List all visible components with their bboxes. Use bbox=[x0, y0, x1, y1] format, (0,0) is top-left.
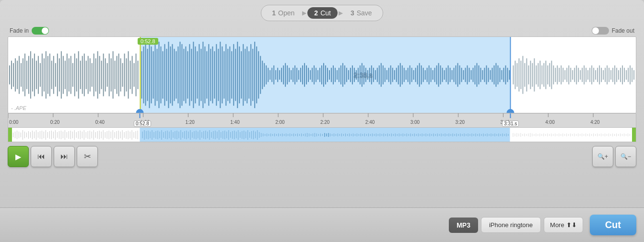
skip-forward-button[interactable]: ⏭ bbox=[54, 146, 75, 167]
svg-rect-567 bbox=[405, 134, 405, 136]
zoom-in-button[interactable]: 🔍+ bbox=[592, 146, 613, 167]
svg-rect-219 bbox=[429, 65, 430, 85]
svg-rect-29 bbox=[65, 60, 66, 89]
svg-rect-38 bbox=[82, 56, 83, 94]
timeline-ruler[interactable]: 0:00 0:20 0:40 1:00 1:20 1:40 2:00 2:20 … bbox=[8, 113, 636, 128]
transport-controls-left: ▶ ⏮ ⏭ ✂ bbox=[8, 146, 98, 167]
svg-rect-293 bbox=[572, 70, 573, 80]
svg-rect-673 bbox=[610, 134, 611, 136]
right-time-marker: 3:31.s bbox=[502, 121, 519, 127]
play-icon: ▶ bbox=[15, 152, 21, 161]
svg-rect-269 bbox=[526, 58, 527, 91]
svg-rect-414 bbox=[109, 131, 109, 139]
mini-waveform[interactable] bbox=[8, 128, 636, 142]
svg-rect-555 bbox=[382, 134, 382, 136]
svg-rect-242 bbox=[473, 68, 474, 82]
wizard-step-open[interactable]: 1 Open bbox=[265, 7, 301, 19]
svg-rect-489 bbox=[255, 132, 256, 138]
svg-rect-430 bbox=[142, 132, 143, 138]
svg-rect-14 bbox=[36, 60, 37, 89]
skip-back-button[interactable]: ⏮ bbox=[31, 146, 52, 167]
svg-rect-406 bbox=[94, 130, 94, 140]
svg-rect-473 bbox=[224, 131, 225, 139]
svg-rect-135 bbox=[268, 68, 269, 82]
fade-out-toggle[interactable] bbox=[592, 27, 609, 35]
svg-rect-657 bbox=[580, 134, 580, 136]
svg-rect-458 bbox=[196, 131, 196, 139]
svg-rect-241 bbox=[471, 70, 472, 80]
svg-rect-459 bbox=[198, 132, 198, 138]
svg-rect-169 bbox=[333, 65, 334, 85]
svg-rect-3 bbox=[15, 58, 16, 91]
svg-rect-655 bbox=[576, 134, 576, 136]
svg-rect-243 bbox=[475, 65, 476, 85]
svg-rect-94 bbox=[189, 44, 190, 106]
svg-rect-117 bbox=[233, 44, 234, 106]
svg-rect-682 bbox=[628, 133, 628, 136]
cut-button[interactable]: Cut bbox=[590, 215, 636, 235]
svg-rect-648 bbox=[562, 133, 563, 136]
iphone-ringtone-button[interactable]: iPhone ringtone bbox=[481, 217, 541, 233]
svg-rect-175 bbox=[344, 65, 345, 85]
svg-rect-56 bbox=[117, 56, 117, 94]
svg-rect-393 bbox=[69, 131, 69, 139]
zoom-out-button[interactable]: 🔍− bbox=[615, 146, 636, 167]
svg-rect-161 bbox=[317, 70, 318, 80]
svg-rect-18 bbox=[44, 58, 45, 91]
svg-rect-82 bbox=[166, 49, 167, 101]
svg-rect-388 bbox=[59, 131, 59, 139]
wizard-step-cut[interactable]: 2 Cut bbox=[307, 7, 338, 19]
fade-in-toggle[interactable] bbox=[32, 27, 49, 35]
svg-rect-425 bbox=[130, 132, 130, 138]
wizard-step-save[interactable]: 3 Save bbox=[344, 7, 379, 19]
svg-rect-435 bbox=[152, 130, 152, 140]
svg-rect-573 bbox=[416, 134, 417, 136]
more-button[interactable]: More ⬆⬇ bbox=[544, 217, 583, 233]
svg-rect-578 bbox=[426, 133, 426, 136]
svg-text:3:00: 3:00 bbox=[410, 120, 420, 125]
transport-row: ▶ ⏮ ⏭ ✂ 🔍+ 🔍− bbox=[8, 146, 636, 167]
svg-rect-154 bbox=[304, 63, 305, 86]
svg-rect-484 bbox=[246, 132, 246, 138]
svg-rect-550 bbox=[372, 133, 373, 136]
svg-rect-88 bbox=[177, 47, 178, 104]
svg-rect-439 bbox=[160, 132, 160, 138]
bottom-bar: MP3 iPhone ringtone More ⬆⬇ Cut bbox=[0, 207, 644, 242]
svg-rect-627 bbox=[522, 134, 523, 136]
svg-rect-122 bbox=[243, 44, 244, 106]
svg-rect-421 bbox=[122, 130, 123, 140]
svg-rect-221 bbox=[433, 70, 433, 80]
svg-rect-143 bbox=[283, 65, 284, 85]
svg-rect-590 bbox=[449, 133, 449, 136]
svg-rect-631 bbox=[530, 133, 530, 137]
svg-rect-667 bbox=[599, 134, 599, 136]
svg-rect-491 bbox=[259, 132, 259, 138]
svg-rect-537 bbox=[347, 134, 348, 136]
more-chevron-icon: ⬆⬇ bbox=[566, 221, 577, 229]
play-button[interactable]: ▶ bbox=[8, 146, 29, 167]
svg-rect-500 bbox=[276, 134, 277, 136]
svg-rect-447 bbox=[175, 131, 175, 139]
svg-rect-217 bbox=[425, 70, 426, 80]
svg-rect-306 bbox=[597, 68, 598, 82]
svg-rect-9 bbox=[26, 60, 27, 89]
svg-rect-490 bbox=[257, 130, 258, 140]
svg-rect-582 bbox=[433, 133, 434, 136]
mp3-button[interactable]: MP3 bbox=[449, 218, 478, 233]
svg-rect-432 bbox=[146, 131, 147, 139]
svg-rect-452 bbox=[184, 131, 185, 139]
svg-rect-234 bbox=[457, 63, 458, 86]
svg-rect-479 bbox=[236, 132, 236, 138]
svg-rect-92 bbox=[185, 47, 186, 104]
scissors-button[interactable]: ✂ bbox=[77, 146, 98, 167]
svg-rect-27 bbox=[61, 51, 62, 99]
step-label-save: Save bbox=[357, 9, 372, 17]
svg-rect-534 bbox=[341, 133, 342, 136]
svg-rect-412 bbox=[105, 132, 105, 138]
svg-rect-324 bbox=[632, 68, 632, 82]
svg-rect-420 bbox=[120, 132, 121, 138]
svg-rect-259 bbox=[505, 65, 506, 85]
svg-rect-641 bbox=[549, 134, 550, 136]
svg-rect-98 bbox=[197, 51, 198, 99]
waveform-container[interactable]: 2:38.s - .APE 0:52.8 bbox=[8, 36, 636, 113]
